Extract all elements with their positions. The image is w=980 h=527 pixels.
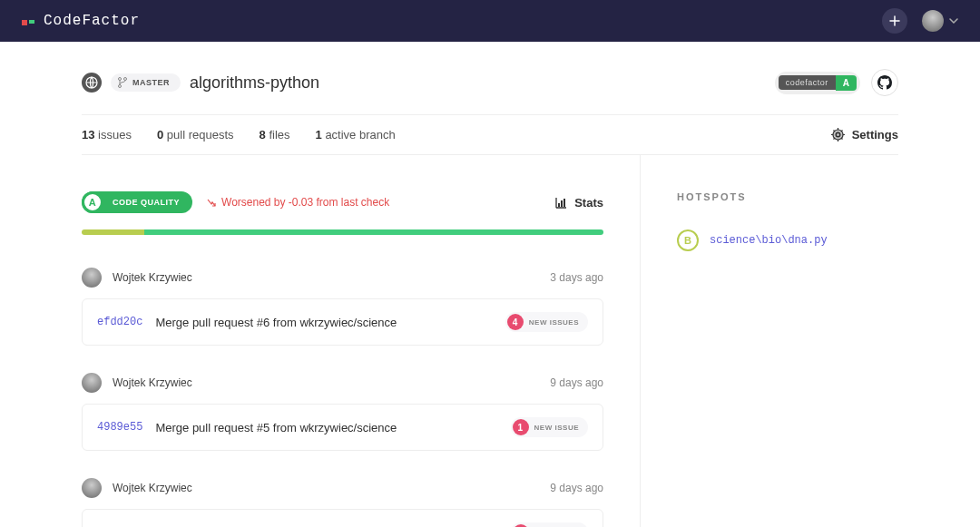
quality-label: CODE QUALITY <box>113 198 180 207</box>
stats-link[interactable]: Stats <box>555 196 603 210</box>
logo-icon <box>22 20 34 22</box>
grade-letter: A <box>836 75 857 91</box>
commit-message: Merge pull request #6 from wkrzywiec/sci… <box>155 316 397 329</box>
commit-card[interactable]: c5ad9cd Merge pull request #4 from wkrzy… <box>82 509 603 527</box>
svg-point-3 <box>119 85 122 88</box>
hotspot-path: science\bio\dna.py <box>710 234 828 247</box>
brand-text: CodeFactor <box>44 13 140 29</box>
author-avatar <box>82 478 102 498</box>
svg-rect-5 <box>558 203 560 207</box>
commit-sha: 4989e55 <box>97 421 142 434</box>
chevron-down-icon <box>949 18 958 24</box>
tab-issues[interactable]: 13 issues <box>82 128 132 142</box>
hotspot-item[interactable]: B science\bio\dna.py <box>677 229 898 251</box>
github-link[interactable] <box>871 69 898 96</box>
trend-text: Worsened by -0.03 from last check <box>221 196 389 209</box>
author-name: Wojtek Krzywiec <box>113 376 192 389</box>
plus-icon <box>889 15 900 26</box>
issues-count: 4 <box>507 314 524 330</box>
issues-label: NEW ISSUE <box>534 424 579 432</box>
visibility-icon <box>82 73 102 93</box>
commit-time: 3 days ago <box>550 271 603 284</box>
user-avatar <box>922 10 944 32</box>
commit-block: Wojtek Krzywiec 9 days ago 4989e55 Merge… <box>82 373 603 451</box>
trend-down-icon <box>207 198 216 207</box>
chart-icon <box>555 197 567 209</box>
settings-label: Settings <box>852 128 898 142</box>
svg-rect-6 <box>561 200 563 207</box>
issues-badge[interactable]: 1 NEW ISSUE <box>511 417 588 437</box>
branch-name: MASTER <box>132 78 170 87</box>
svg-point-2 <box>124 78 127 81</box>
grade-badge[interactable]: codefactor A <box>775 72 860 94</box>
add-button[interactable] <box>882 8 907 34</box>
commit-author[interactable]: Wojtek Krzywiec <box>82 373 192 393</box>
tab-pull-requests[interactable]: 0 pull requests <box>157 128 234 142</box>
tab-bar: 13 issues 0 pull requests 8 files 1 acti… <box>82 114 898 155</box>
commit-sha: efdd20c <box>97 316 142 328</box>
branch-selector[interactable]: MASTER <box>111 73 181 92</box>
trend-indicator: Worsened by -0.03 from last check <box>207 196 389 209</box>
brand-area[interactable]: CodeFactor <box>22 13 140 29</box>
code-quality-badge: A CODE QUALITY <box>82 191 192 213</box>
issues-badge[interactable]: 4 NEW ISSUES <box>505 312 588 332</box>
issues-label: NEW ISSUES <box>529 318 579 327</box>
gear-icon <box>831 128 845 142</box>
commit-time: 9 days ago <box>550 376 603 389</box>
svg-rect-7 <box>564 199 565 207</box>
commit-time: 9 days ago <box>550 482 603 494</box>
main-column: A CODE QUALITY Worsened by -0.03 from la… <box>82 155 641 527</box>
author-avatar <box>82 268 102 288</box>
quality-grade: A <box>82 191 103 213</box>
user-menu[interactable] <box>922 10 958 32</box>
grade-label: codefactor <box>779 75 836 90</box>
github-icon <box>877 75 892 90</box>
author-name: Wojtek Krzywiec <box>113 271 192 284</box>
commit-block: Wojtek Krzywiec 3 days ago efdd20c Merge… <box>82 268 603 346</box>
author-avatar <box>82 373 102 393</box>
issues-count: 1 <box>513 419 529 435</box>
commit-list: Wojtek Krzywiec 3 days ago efdd20c Merge… <box>82 268 603 527</box>
hotspots-title: HOTSPOTS <box>677 191 898 202</box>
settings-link[interactable]: Settings <box>831 128 898 142</box>
tab-branches[interactable]: 1 active branch <box>316 128 396 142</box>
commit-message: Merge pull request #5 from wkrzywiec/sci… <box>155 421 397 434</box>
repo-name: algorithms-python <box>190 73 319 93</box>
svg-point-1 <box>119 78 122 81</box>
commit-author[interactable]: Wojtek Krzywiec <box>82 268 192 288</box>
hotspot-grade: B <box>677 229 699 251</box>
page-header: MASTER algorithms-python codefactor A <box>82 42 898 114</box>
commit-card[interactable]: efdd20c Merge pull request #6 from wkrzy… <box>82 298 603 346</box>
topbar: CodeFactor <box>0 0 980 42</box>
branch-icon <box>118 77 127 88</box>
issues-badge[interactable]: 1 NEW ISSUE <box>511 522 588 527</box>
commit-author[interactable]: Wojtek Krzywiec <box>82 478 192 498</box>
commit-block: Wojtek Krzywiec 9 days ago c5ad9cd Merge… <box>82 478 603 527</box>
sidebar: HOTSPOTS B science\bio\dna.py <box>641 155 898 527</box>
commit-card[interactable]: 4989e55 Merge pull request #5 from wkrzy… <box>82 404 603 451</box>
author-name: Wojtek Krzywiec <box>113 482 192 494</box>
tab-files[interactable]: 8 files <box>260 128 290 142</box>
quality-bar <box>82 229 603 235</box>
stats-label: Stats <box>574 196 603 210</box>
